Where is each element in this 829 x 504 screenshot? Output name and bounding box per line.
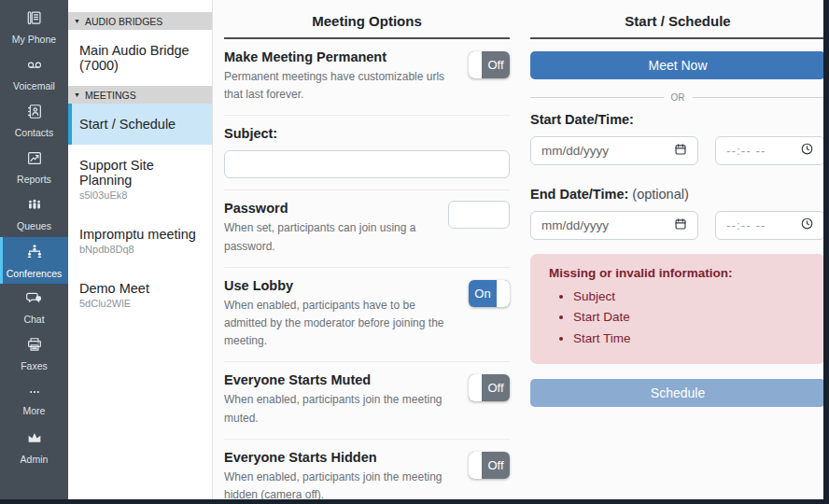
list-item-start-schedule[interactable]: Start / Schedule	[68, 104, 212, 145]
option-title: Password	[224, 201, 448, 216]
option-row-subject: Subject:	[224, 116, 510, 190]
option-title: Everyone Starts Hidden	[224, 450, 459, 465]
meet-now-button[interactable]: Meet Now	[530, 51, 825, 79]
sidebar-item-queues[interactable]: Queues	[0, 190, 68, 237]
conferences-app-window: My Phone Voicemail Contacts Reports Queu	[0, 0, 829, 504]
start-schedule-panel: Start / Schedule Meet Now OR Start Date/…	[521, 0, 829, 504]
conferences-icon	[24, 243, 45, 265]
sidebar-item-faxes[interactable]: Faxes	[0, 330, 68, 377]
meeting-options-title: Meeting Options	[224, 0, 510, 39]
sidebar-item-contacts[interactable]: Contacts	[0, 97, 68, 144]
clock-icon[interactable]	[800, 217, 814, 234]
option-description: When set, participants can join using a …	[224, 219, 448, 255]
toggle-knob	[469, 452, 482, 479]
or-divider: OR	[530, 92, 825, 103]
start-schedule-title: Start / Schedule	[530, 0, 825, 39]
meeting-options-panel: Meeting Options Make Meeting Permanent P…	[213, 0, 521, 504]
list-item-main-audio-bridge[interactable]: Main Audio Bridge (7000)	[68, 30, 212, 86]
toggle-state-label: On	[469, 280, 497, 307]
toggle-knob	[497, 280, 510, 307]
sidebar-item-label: Reports	[17, 174, 51, 185]
window-edge-bottom	[0, 499, 829, 504]
make-meeting-permanent-toggle[interactable]: Off	[469, 51, 510, 78]
option-title: Make Meeting Permanent	[224, 49, 459, 64]
contacts-icon	[25, 103, 44, 124]
option-row-password: Password When set, participants can join…	[224, 190, 510, 267]
end-datetime-optional-text: (optional)	[632, 187, 688, 202]
chat-icon	[24, 289, 45, 311]
clock-icon[interactable]	[800, 142, 814, 160]
list-item-label: Main Audio Bridge (7000)	[79, 43, 203, 73]
end-date-input[interactable]: mm/dd/yyyy	[530, 211, 698, 240]
my-phone-icon	[25, 9, 44, 31]
start-datetime-label: Start Date/Time:	[530, 112, 825, 127]
sidebar-item-label: Conferences	[7, 268, 63, 279]
validation-error-title: Missing or invalid information:	[549, 266, 810, 280]
sidebar-item-reports[interactable]: Reports	[0, 144, 68, 190]
section-header-meetings[interactable]: ▼ MEETINGS	[68, 86, 212, 104]
divider-line	[693, 97, 826, 98]
option-description: When enabled, participants have to be ad…	[224, 297, 459, 351]
sidebar-item-label: Voicemail	[13, 80, 55, 91]
option-title: Everyone Starts Muted	[224, 372, 459, 387]
time-placeholder: --:-- --	[726, 144, 766, 158]
queues-icon	[24, 196, 45, 217]
window-edge-right	[823, 0, 829, 504]
meeting-code: bNpdb8Dq8	[79, 244, 203, 255]
end-datetime-label-text: End Date/Time:	[530, 187, 628, 202]
use-lobby-toggle[interactable]: On	[469, 280, 510, 307]
start-date-input[interactable]: mm/dd/yyyy	[530, 136, 698, 165]
sidebar-item-conferences[interactable]: Conferences	[0, 237, 68, 284]
sidebar-item-label: Chat	[23, 314, 44, 325]
validation-error-box: Missing or invalid information: Subject …	[530, 254, 825, 364]
list-item-label: Support Site Planning	[79, 158, 203, 188]
sidebar-item-chat[interactable]: Chat	[0, 284, 68, 330]
section-header-label: MEETINGS	[85, 90, 136, 101]
validation-error-item: Start Time	[573, 329, 810, 349]
meeting-code: s5l03uEk8	[79, 189, 203, 201]
list-item-label: Start / Schedule	[79, 117, 203, 132]
everyone-starts-muted-toggle[interactable]: Off	[469, 374, 510, 401]
sidebar-item-label: Admin	[21, 454, 49, 465]
schedule-button[interactable]: Schedule	[530, 379, 825, 407]
faxes-icon	[25, 336, 44, 357]
sidebar-item-more[interactable]: More	[0, 377, 68, 424]
toggle-knob	[469, 374, 482, 401]
caret-down-icon: ▼	[74, 91, 80, 98]
list-item-label: Impromptu meeting	[79, 227, 203, 242]
end-datetime-label: End Date/Time: (optional)	[530, 187, 825, 202]
password-input[interactable]	[448, 201, 510, 229]
admin-icon	[24, 429, 45, 451]
main-sidebar: My Phone Voicemail Contacts Reports Queu	[0, 0, 68, 504]
section-header-label: AUDIO BRIDGES	[85, 16, 162, 27]
sidebar-item-label: Faxes	[21, 360, 48, 371]
start-datetime-row: mm/dd/yyyy --:-- --	[530, 136, 825, 165]
sidebar-item-label: More	[23, 405, 46, 416]
list-item-support-site-planning[interactable]: Support Site Planning s5l03uEk8	[68, 145, 212, 214]
caret-down-icon: ▼	[74, 18, 80, 24]
sidebar-item-voicemail[interactable]: Voicemail	[0, 50, 68, 97]
end-datetime-row: mm/dd/yyyy --:-- --	[530, 211, 825, 240]
list-item-label: Demo Meet	[79, 281, 203, 296]
sidebar-item-my-phone[interactable]: My Phone	[0, 4, 68, 50]
option-description: When enabled, participants join the meet…	[224, 391, 459, 427]
validation-error-list: Subject Start Date Start Time	[549, 287, 810, 349]
end-time-input[interactable]: --:-- --	[715, 211, 825, 240]
option-row-everyone-starts-hidden: Everyone Starts Hidden When enabled, par…	[224, 440, 510, 504]
toggle-state-label: Off	[482, 51, 510, 78]
calendar-icon[interactable]	[674, 143, 687, 160]
toggle-state-label: Off	[482, 374, 510, 401]
option-title: Subject:	[224, 126, 510, 141]
list-item-demo-meet[interactable]: Demo Meet 5dClu2WlE	[68, 268, 212, 322]
start-time-input[interactable]: --:-- --	[715, 136, 825, 165]
sidebar-item-label: Queues	[17, 220, 51, 231]
section-header-audio-bridges[interactable]: ▼ AUDIO BRIDGES	[68, 12, 212, 30]
toggle-knob	[469, 51, 482, 78]
list-item-impromptu-meeting[interactable]: Impromptu meeting bNpdb8Dq8	[68, 214, 212, 268]
option-row-everyone-starts-muted: Everyone Starts Muted When enabled, part…	[224, 362, 510, 439]
everyone-starts-hidden-toggle[interactable]: Off	[469, 452, 510, 479]
more-icon	[24, 385, 45, 402]
calendar-icon[interactable]	[674, 217, 687, 234]
sidebar-item-admin[interactable]: Admin	[0, 424, 68, 470]
subject-input[interactable]	[224, 150, 510, 178]
